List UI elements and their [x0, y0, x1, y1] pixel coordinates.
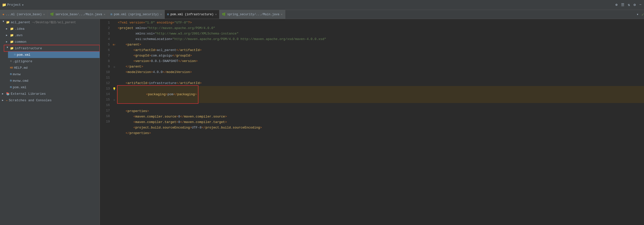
list-icon[interactable]: ☰	[620, 2, 625, 8]
project-selector[interactable]: 📁 Project ▾	[2, 3, 24, 7]
root-arrow: ▶	[2, 21, 5, 24]
sidebar-item-pom-infra[interactable]: m pom.xml	[8, 52, 100, 58]
sidebar-item-scratches[interactable]: ▶ ✏️ Scratches and Consoles	[0, 97, 100, 104]
globe-icon[interactable]: ⊕	[615, 2, 618, 8]
code-line-8: <version>0.0.1-SNAPSHOT</version>	[117, 59, 644, 64]
gitignore-icon: ≡	[10, 60, 12, 63]
gutter-14	[112, 92, 117, 97]
gutter-4	[112, 37, 117, 42]
gutter-16	[112, 103, 117, 108]
root-folder-icon: 📁	[6, 21, 10, 24]
mvn-label: .mvn	[15, 34, 22, 37]
sidebar-root[interactable]: ▶ 📁 acl_parent ~/Desktop/项目/acl_parent	[0, 19, 100, 26]
project-label: Project	[7, 3, 21, 7]
code-line-18: <project.build.sourceEncoding>UTF-8</pro…	[117, 125, 644, 130]
sidebar-item-common[interactable]: ▶ 📁 common	[4, 39, 100, 45]
tab4-label: pom.xml (infrastructure)	[170, 13, 214, 16]
sidebar-item-mvnw[interactable]: m mvnw	[4, 71, 100, 78]
tab5-label: spring_security/.../Main.java	[227, 13, 279, 16]
gutter-1	[112, 20, 117, 26]
pom-root-label: pom.xml	[13, 86, 26, 89]
ext-libs-icon: 📚	[6, 92, 10, 96]
code-line-16: <maven.compiler.source>8</maven.compiler…	[117, 114, 644, 119]
tab1-close[interactable]: ✕	[43, 13, 45, 16]
mvnwcmd-m-icon: m	[10, 79, 12, 83]
scratches-icon: ✏️	[6, 99, 8, 102]
code-line-9: </parent>	[117, 64, 644, 70]
tab5-close[interactable]: ✕	[281, 13, 282, 16]
sidebar-item-infrastructure[interactable]: ▶ 📁 infrastructure	[4, 45, 100, 52]
gutter-12	[112, 81, 117, 86]
gutter-10	[112, 70, 117, 75]
sidebar-item-external-libs[interactable]: ▶ 📚 External Libraries	[0, 91, 100, 97]
code-line-5: <parent>	[117, 42, 644, 48]
common-folder-icon: 📁	[10, 40, 14, 44]
common-label: common	[15, 40, 26, 44]
m-icon-4: m	[167, 13, 169, 16]
editor-area: 1 2 3 4 5 6 7 8 9 10 11 12 13 14 15 16 1…	[100, 19, 644, 225]
gutter-3	[112, 31, 117, 37]
code-line-11	[117, 75, 644, 81]
spring-icon-5: 🌿	[222, 13, 226, 16]
scratches-arrow: ▶	[2, 99, 5, 102]
common-arrow: ▶	[6, 40, 9, 43]
code-line-6: <artifactId>acl_parent</artifactId>	[117, 48, 644, 53]
gutter-7	[112, 53, 117, 59]
code-line-17: <maven.compiler.target>8</maven.compiler…	[117, 119, 644, 125]
tab2-label: service_base/.../Main.java	[56, 13, 102, 16]
code-line-13: <packaging>pom</packaging>	[117, 86, 644, 103]
tab-spring-security-main[interactable]: 🌿 spring_security/.../Main.java ✕	[220, 10, 285, 19]
infra-folder-icon: 📁	[10, 47, 14, 50]
help-icon: HD	[10, 67, 13, 69]
mvnwcmd-label: mvnw.cmd	[13, 79, 28, 83]
code-line-10: <modelVersion>4.0.0</modelVersion>	[117, 70, 644, 75]
filter-icon[interactable]: ⇅	[627, 2, 630, 8]
code-content[interactable]: <?xml version="1.0" encoding="UTF-8"?> <…	[117, 19, 644, 225]
infra-label: infrastructure	[15, 47, 42, 50]
mvnw-label: mvnw	[13, 73, 20, 76]
code-line-1: <?xml version="1.0" encoding="UTF-8"?>	[117, 20, 644, 26]
top-bar: 📁 Project ▾ ⊕ ☰ ⇅ ⚙ −	[0, 0, 644, 10]
code-line-15: <properties>	[117, 109, 644, 114]
tab-pom-spring-security[interactable]: m pom.xml (spring_security) ✕	[108, 10, 165, 19]
gutter-6	[112, 48, 117, 53]
tabs-more-button[interactable]: ▾	[634, 12, 640, 17]
tab3-label: pom.xml (spring_security)	[114, 13, 159, 16]
gutter-11	[112, 75, 117, 81]
project-folder-icon: 📁	[2, 3, 6, 7]
code-line-7: <groupId>com.atguigu</groupId>	[117, 53, 644, 59]
gutter-8	[112, 59, 117, 64]
help-label: HELP.md	[14, 66, 28, 70]
sidebar-item-idea[interactable]: ▶ 📁 .idea	[4, 26, 100, 32]
gutter-15: ◇	[112, 97, 117, 103]
sidebar-item-mvn[interactable]: ▶ 📁 .mvn	[4, 32, 100, 39]
sidebar-item-mvnwcmd[interactable]: m mvnw.cmd	[4, 78, 100, 84]
tab-service-base-main[interactable]: 🌿 service_base/.../Main.java ✕	[48, 10, 108, 19]
tab2-close[interactable]: ✕	[104, 13, 105, 16]
mvn-folder-icon: 📁	[10, 34, 14, 37]
minimize-icon[interactable]: −	[639, 2, 642, 8]
pom-m-icon: m	[14, 53, 16, 57]
tab4-close[interactable]: ✕	[215, 13, 217, 16]
checkmark-icon: ✓	[642, 12, 644, 17]
project-dropdown-icon[interactable]: ▾	[22, 3, 24, 7]
tab3-close[interactable]: ✕	[160, 13, 162, 16]
gutter-18	[112, 113, 117, 119]
main-content: ▶ 📁 acl_parent ~/Desktop/项目/acl_parent ▶…	[0, 19, 644, 225]
tab-service-base-xml[interactable]: ◆ ...ml (service_base) ✕	[0, 10, 48, 19]
sidebar-item-pom-root[interactable]: m pom.xml	[4, 84, 100, 91]
gutter-2	[112, 26, 117, 31]
editor-gutter: m↑ ◇ 💡 ◇	[112, 19, 117, 225]
tab1-label: ...ml (service_base)	[6, 13, 42, 16]
sidebar-item-help[interactable]: HD HELP.md	[4, 65, 100, 71]
tab-pom-infrastructure[interactable]: m pom.xml (infrastructure) ✕	[165, 10, 220, 19]
packaging-outline: <packaging>pom</packaging>	[118, 86, 198, 103]
m-icon-3: m	[110, 13, 112, 16]
ext-libs-label: External Libraries	[11, 92, 46, 96]
sidebar-item-gitignore[interactable]: ≡ .gitignore	[4, 58, 100, 65]
tabs-bar: ◆ ...ml (service_base) ✕ 🌿 service_base/…	[0, 10, 644, 19]
idea-label: .idea	[15, 27, 24, 31]
gitignore-label: .gitignore	[13, 60, 32, 63]
code-line-12: <artifactId>infrastructure</artifactId>	[117, 81, 644, 86]
gear-icon[interactable]: ⚙	[633, 2, 636, 8]
